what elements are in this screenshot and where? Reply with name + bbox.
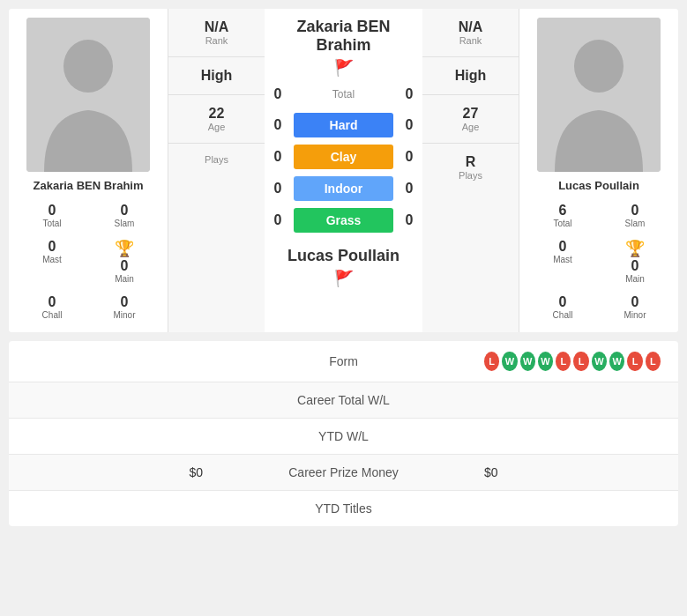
- p1-chall-value: 0: [19, 294, 85, 310]
- indoor-badge: Indoor: [294, 176, 393, 201]
- prize-row: $0 Career Prize Money $0: [9, 455, 678, 491]
- ytd-wl-row: YTD W/L: [9, 419, 678, 455]
- p1-main-value: 0: [92, 258, 157, 274]
- ytd-wl-label: YTD W/L: [203, 429, 484, 443]
- p2-level-value: High: [431, 68, 510, 84]
- p1-rank-value: N/A: [177, 19, 256, 35]
- p1-age-label: Age: [177, 122, 256, 132]
- svg-point-3: [574, 40, 624, 93]
- player2-stats: 6 Total 0 Slam 0 Mast 🏆 0 Main 0: [528, 199, 669, 323]
- p2-main-value: 0: [602, 258, 668, 274]
- p1-mast-label: Mast: [19, 255, 85, 264]
- bottom-section: Form LWWWLLWWLL Career Total W/L YTD W/L…: [9, 341, 678, 526]
- p2-total-value: 6: [530, 203, 595, 219]
- p2-clay-score: 0: [400, 149, 418, 165]
- p1-level-cell: High: [168, 57, 265, 95]
- p1-trophy-cell: 🏆 0 Main: [90, 235, 159, 287]
- center-p1-flag-icon: 🚩: [334, 58, 354, 78]
- player1-avatar: [26, 18, 150, 172]
- career-wl-row: Career Total W/L: [9, 382, 678, 419]
- p2-age-value: 27: [431, 106, 510, 122]
- total-row: 0 Total 0: [269, 86, 418, 102]
- p1-mast-value: 0: [19, 239, 85, 255]
- p1-slam-label: Slam: [92, 219, 157, 228]
- form-badge-l: L: [627, 352, 642, 371]
- player2-avatar: [537, 18, 661, 172]
- p1-total-label: Total: [19, 219, 85, 228]
- p2-rank-value: N/A: [431, 19, 510, 35]
- prize-right: $0: [484, 465, 661, 479]
- p2-plays-value: R: [431, 154, 510, 170]
- p1-minor-label: Minor: [92, 310, 157, 320]
- career-wl-label: Career Total W/L: [203, 393, 484, 407]
- prize-left: $0: [26, 465, 203, 479]
- p1-slam-cell: 0 Slam: [90, 199, 159, 232]
- p1-chall-label: Chall: [19, 310, 85, 320]
- form-badge-w: W: [538, 352, 553, 371]
- form-badge-w: W: [502, 352, 517, 371]
- player2-name: Lucas Poullain: [558, 179, 639, 192]
- p2-age-cell: 27 Age: [422, 95, 519, 144]
- p2-chall-label: Chall: [530, 310, 595, 320]
- p2-mast-cell: 0 Mast: [528, 235, 597, 287]
- p1-chall-cell: 0 Chall: [18, 291, 86, 323]
- p1-mast-cell: 0 Mast: [18, 235, 86, 287]
- ytd-titles-label: YTD Titles: [203, 501, 484, 516]
- p2-rank-cell: N/A Rank: [422, 9, 519, 57]
- p2-total-cell: 6 Total: [528, 199, 597, 232]
- svg-point-1: [63, 40, 113, 93]
- p1-level-value: High: [177, 68, 256, 84]
- form-badge-w: W: [609, 352, 624, 371]
- clay-row: 0 Clay 0: [269, 145, 418, 169]
- player1-trophy-icon: 🏆: [92, 239, 157, 258]
- p2-minor-label: Minor: [602, 310, 668, 320]
- p2-level-cell: High: [422, 57, 519, 95]
- p2-main-label: Main: [602, 274, 668, 284]
- p2-grass-score: 0: [400, 212, 418, 228]
- p2-chall-cell: 0 Chall: [528, 291, 597, 323]
- p1-grass-score: 0: [269, 212, 287, 228]
- p1-plays-label: Plays: [177, 154, 256, 165]
- p2-plays-cell: R Plays: [422, 144, 519, 332]
- form-badge-w: W: [592, 352, 607, 371]
- p2-mast-value: 0: [530, 239, 595, 255]
- form-label: Form: [203, 354, 484, 368]
- p2-age-label: Age: [431, 122, 510, 132]
- hard-badge: Hard: [294, 113, 393, 137]
- grass-badge: Grass: [294, 208, 393, 233]
- p2-total-score: 0: [400, 86, 418, 102]
- p2-slam-label: Slam: [602, 219, 668, 228]
- p1-total-cell: 0 Total: [18, 199, 86, 232]
- p1-slam-value: 0: [92, 203, 157, 219]
- main-container: Zakaria BEN Brahim 0 Total 0 Slam 0 Mast…: [0, 0, 687, 535]
- indoor-row: 0 Indoor 0: [269, 176, 418, 201]
- player2-card: Lucas Poullain 6 Total 0 Slam 0 Mast 🏆 0: [519, 9, 678, 332]
- ytd-titles-row: YTD Titles: [9, 491, 678, 526]
- center-p1-name: Zakaria BEN Brahim: [269, 18, 418, 55]
- player1-card: Zakaria BEN Brahim 0 Total 0 Slam 0 Mast…: [9, 9, 168, 332]
- form-badges: LWWWLLWWLL: [484, 352, 661, 371]
- grass-row: 0 Grass 0: [269, 208, 418, 233]
- player1-details: N/A Rank High 22 Age Plays: [168, 9, 265, 332]
- p2-mast-label: Mast: [530, 255, 595, 264]
- p2-slam-value: 0: [602, 203, 668, 219]
- players-section: Zakaria BEN Brahim 0 Total 0 Slam 0 Mast…: [9, 9, 678, 332]
- form-badge-l: L: [573, 352, 588, 371]
- player2-details: N/A Rank High 27 Age R Plays: [422, 9, 519, 332]
- p1-minor-cell: 0 Minor: [90, 291, 159, 323]
- p1-rank-label: Rank: [177, 35, 256, 46]
- p2-indoor-score: 0: [400, 181, 418, 197]
- form-badge-w: W: [520, 352, 535, 371]
- center-p2-flag-icon: 🚩: [334, 269, 354, 288]
- player2-trophy-icon: 🏆: [602, 239, 668, 258]
- center-column: Zakaria BEN Brahim 🚩 0 Total 0 0 Hard 0 …: [265, 9, 422, 332]
- p1-age-value: 22: [177, 106, 256, 122]
- p2-plays-label: Plays: [431, 170, 510, 181]
- p2-minor-value: 0: [602, 294, 668, 310]
- p1-minor-value: 0: [92, 294, 157, 310]
- center-p2-name: Lucas Poullain: [287, 247, 400, 265]
- form-badge-l: L: [556, 352, 571, 371]
- p1-main-label: Main: [92, 274, 157, 284]
- p2-trophy-cell: 🏆 0 Main: [601, 235, 669, 287]
- p1-total-score: 0: [269, 86, 287, 102]
